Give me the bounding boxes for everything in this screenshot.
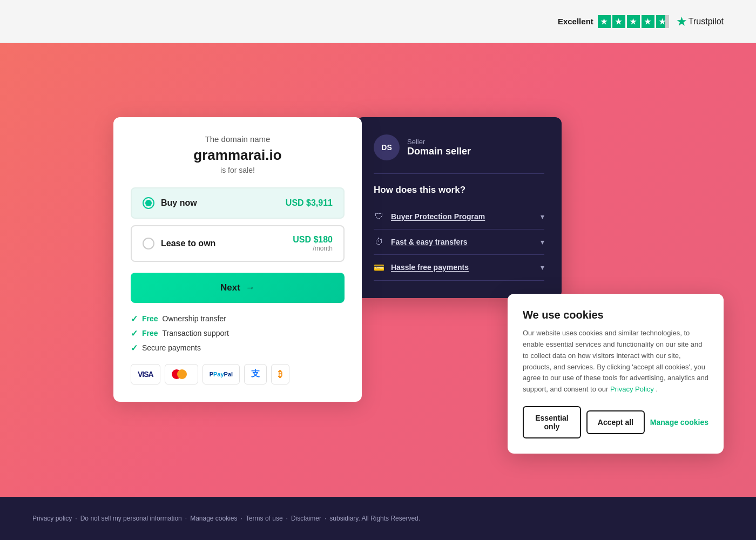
lease-price: USD $180 (293, 235, 333, 245)
separator-2: · (185, 515, 187, 522)
feature-secure-text: Secure payments (142, 343, 201, 352)
accordion-hassle-payments[interactable]: 💳 Hassle free payments ▾ (374, 255, 544, 281)
buy-now-left: Buy now (143, 197, 197, 209)
domain-name: grammarai.io (131, 147, 345, 164)
buyer-protection-label: Buyer Protection Program (391, 212, 485, 221)
star-3: ★ (627, 15, 640, 28)
alipay-icon: 支 (244, 364, 267, 384)
separator-5: · (325, 515, 326, 522)
trustpilot-badge: Excellent ★ ★ ★ ★ ★ ★ Trustpilot (558, 15, 724, 28)
accordion-buyer-protection[interactable]: 🛡 Buyer Protection Program ▾ (374, 204, 544, 230)
lease-option[interactable]: Lease to own USD $180 /month (131, 225, 345, 262)
how-works-heading: How does this work? (374, 185, 544, 195)
fast-transfers-label: Fast & easy transfers (391, 238, 468, 246)
star-5-half: ★ (656, 15, 669, 28)
for-sale-text: is for sale! (131, 166, 345, 174)
lease-price-block: USD $180 /month (293, 235, 333, 252)
chevron-down-icon-2: ▾ (541, 238, 544, 246)
features-list: ✓ Free Ownership transfer ✓ Free Transac… (131, 314, 345, 353)
arrow-icon: → (246, 282, 255, 293)
lease-left: Lease to own (143, 238, 215, 249)
essential-only-button[interactable]: Essential only (523, 406, 581, 438)
trustpilot-logo: ★ Trustpilot (677, 15, 724, 28)
footer-manage-cookies[interactable]: Manage cookies (190, 515, 237, 522)
free-label-2: Free (142, 329, 158, 338)
check-icon-3: ✓ (131, 343, 138, 353)
lease-radio[interactable] (143, 238, 154, 249)
chevron-down-icon-3: ▾ (541, 263, 544, 272)
seller-avatar: DS (374, 134, 400, 160)
seller-name: Domain seller (407, 146, 471, 157)
seller-row: DS Seller Domain seller (374, 134, 544, 160)
manage-cookies-button[interactable]: Manage cookies (650, 418, 708, 427)
lease-per-month: /month (293, 245, 333, 252)
check-icon-2: ✓ (131, 328, 138, 339)
buyer-protection-icon: 🛡 (374, 212, 384, 221)
buy-now-radio[interactable] (143, 197, 154, 209)
privacy-policy-link[interactable]: Privacy Policy (610, 385, 654, 393)
bitcoin-icon: ₿ (271, 364, 289, 384)
accordion-left-2: ⏱ Fast & easy transfers (374, 237, 468, 247)
accordion-left-3: 💳 Hassle free payments (374, 262, 469, 273)
cookie-buttons: Essential only Accept all Manage cookies (523, 406, 708, 438)
next-label: Next (220, 282, 240, 293)
lease-label: Lease to own (161, 239, 215, 248)
visa-icon: VISA (131, 364, 160, 384)
chevron-down-icon-1: ▾ (541, 212, 544, 221)
payment-icons: VISA PPayPal 支 ₿ (131, 364, 345, 384)
next-button[interactable]: Next → (131, 273, 345, 303)
accept-all-button[interactable]: Accept all (586, 410, 645, 434)
trustpilot-logo-star: ★ (677, 15, 686, 28)
star-1: ★ (598, 15, 611, 28)
star-2: ★ (612, 15, 625, 28)
mc-orange-circle (177, 369, 187, 379)
separator-4: · (286, 515, 288, 522)
footer-privacy[interactable]: Privacy policy (32, 515, 72, 522)
separator-3: · (241, 515, 242, 522)
free-label-1: Free (142, 314, 158, 323)
footer: Privacy policy · Do not sell my personal… (0, 497, 756, 540)
cookie-banner: We use cookies Our website uses cookies … (508, 294, 724, 454)
seller-type: Seller (407, 138, 471, 146)
footer-links: Privacy policy · Do not sell my personal… (32, 515, 420, 522)
hassle-payments-label: Hassle free payments (391, 263, 469, 272)
transfers-icon: ⏱ (374, 237, 384, 247)
payments-icon: 💳 (374, 262, 384, 273)
accordion-fast-transfers[interactable]: ⏱ Fast & easy transfers ▾ (374, 230, 544, 255)
purchase-card: The domain name grammarai.io is for sale… (113, 117, 362, 402)
seller-card: DS Seller Domain seller How does this wo… (356, 117, 562, 298)
trustpilot-excellent: Excellent (558, 17, 593, 26)
feature-transaction: ✓ Free Transaction support (131, 328, 345, 339)
footer-subsidiary: subsidiary. All Rights Reserved. (329, 515, 420, 522)
buy-now-price: USD $3,911 (286, 198, 333, 208)
accordion-left-1: 🛡 Buyer Protection Program (374, 212, 485, 221)
feature-ownership-text: Ownership transfer (163, 314, 226, 323)
footer-do-not-sell[interactable]: Do not sell my personal information (80, 515, 182, 522)
header: Excellent ★ ★ ★ ★ ★ ★ Trustpilot (0, 0, 756, 43)
footer-disclaimer[interactable]: Disclaimer (291, 515, 321, 522)
divider (374, 173, 544, 174)
footer-terms[interactable]: Terms of use (246, 515, 283, 522)
check-icon-1: ✓ (131, 314, 138, 324)
main-content: The domain name grammarai.io is for sale… (0, 43, 756, 497)
cookie-text: Our website uses cookies and similar tec… (523, 328, 708, 395)
mastercard-icon (165, 364, 198, 384)
trustpilot-stars: ★ ★ ★ ★ ★ (598, 15, 669, 28)
paypal-icon: PPayPal (202, 364, 240, 384)
separator-1: · (75, 515, 77, 522)
buy-now-option[interactable]: Buy now USD $3,911 (131, 187, 345, 219)
feature-ownership: ✓ Free Ownership transfer (131, 314, 345, 324)
feature-secure: ✓ Secure payments (131, 343, 345, 353)
domain-label: The domain name (131, 134, 345, 144)
seller-info: Seller Domain seller (407, 138, 471, 157)
buy-now-label: Buy now (161, 198, 197, 208)
star-4: ★ (642, 15, 654, 28)
cookie-title: We use cookies (523, 309, 708, 321)
feature-transaction-text: Transaction support (163, 329, 229, 338)
